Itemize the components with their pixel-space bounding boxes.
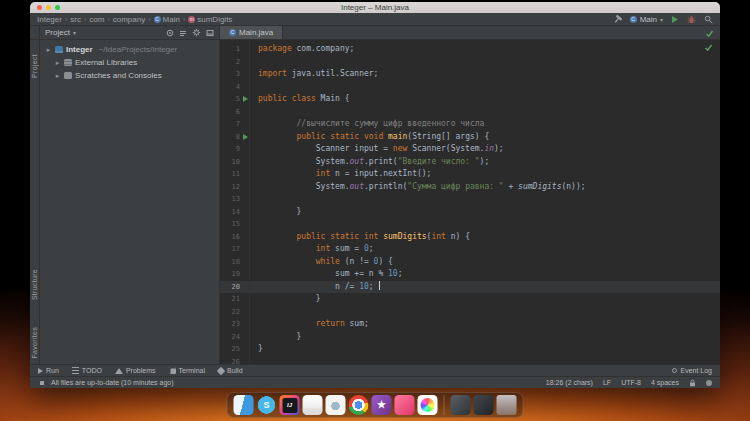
code-line[interactable] — [250, 306, 720, 319]
run-button[interactable] — [671, 15, 679, 24]
dock-icon-skype[interactable]: S — [257, 395, 277, 415]
inspection-status-icon[interactable] — [705, 29, 714, 38]
code-line[interactable]: } — [250, 331, 720, 344]
code-line[interactable]: int sum = 0; — [250, 243, 720, 256]
dock-icon-finder[interactable] — [234, 395, 254, 415]
code-line[interactable]: public static int sumDigits(int n) { — [250, 231, 720, 244]
code-line[interactable]: System.out.print("Введите число: "); — [250, 156, 720, 169]
toolwindow-button-build[interactable]: Build — [218, 367, 243, 374]
code-line[interactable] — [250, 193, 720, 206]
code-line[interactable]: } — [250, 293, 720, 306]
code-line[interactable]: public static void main(String[] args) { — [250, 131, 720, 144]
code-line[interactable] — [250, 218, 720, 231]
search-everywhere-icon[interactable] — [704, 15, 713, 24]
inspection-profile-icon[interactable] — [706, 380, 712, 386]
chevron-down-icon: ▾ — [73, 29, 76, 36]
line-number: 8 — [220, 131, 249, 144]
code-line[interactable]: int n = input.nextInt(); — [250, 168, 720, 181]
fullscreen-window-button[interactable] — [55, 5, 60, 10]
breadcrumb-separator: › — [84, 16, 86, 23]
run-gutter-icon[interactable] — [243, 96, 248, 102]
dock-separator — [444, 395, 445, 415]
code-line[interactable]: package com.company; — [250, 43, 720, 56]
code-line[interactable]: return sum; — [250, 318, 720, 331]
debug-button[interactable] — [687, 15, 696, 24]
tool-window-switcher-icon[interactable] — [38, 379, 45, 386]
collapse-all-icon[interactable] — [179, 29, 187, 37]
code-line[interactable]: sum += n % 10; — [250, 268, 720, 281]
encoding-widget[interactable]: UTF-8 — [621, 379, 641, 386]
toolwindow-label: Terminal — [179, 367, 205, 374]
caret-position-widget[interactable]: 18:26 (2 chars) — [546, 379, 593, 386]
skype-glyph: S — [263, 401, 269, 410]
code-line[interactable] — [250, 56, 720, 69]
dock-icon-purple-star-app[interactable]: ★ — [372, 395, 392, 415]
code-line[interactable]: } — [250, 206, 720, 219]
main-body: ProjectStructureFavorites ▸Integer~/Idea… — [30, 40, 720, 364]
dock-icon-chrome-browser[interactable] — [349, 395, 369, 415]
chevron-right-icon[interactable]: ▸ — [54, 72, 61, 80]
dock-icon-trash[interactable] — [497, 395, 517, 415]
build-hammer-icon[interactable] — [613, 15, 622, 24]
code-line[interactable] — [250, 106, 720, 119]
toolwindow-button-terminal[interactable]: Terminal — [169, 367, 205, 374]
editor-code-area[interactable]: package com.company;import java.util.Sca… — [250, 40, 720, 364]
breadcrumb-label: company — [113, 15, 145, 24]
code-line[interactable]: import java.util.Scanner; — [250, 68, 720, 81]
minimize-window-button[interactable] — [46, 5, 51, 10]
toolwindow-button-problems[interactable]: Problems — [115, 367, 156, 374]
code-line[interactable]: n /= 10; — [250, 281, 720, 294]
toolwindow-button-todo[interactable]: TODO — [72, 367, 102, 374]
code-line[interactable]: while (n != 0) { — [250, 256, 720, 269]
run-gutter-icon[interactable] — [243, 134, 248, 140]
breadcrumb-item-company[interactable]: company — [113, 15, 145, 24]
build-icon — [217, 366, 225, 374]
window-titlebar[interactable]: Integer – Main.java — [30, 2, 720, 13]
line-separator-widget[interactable]: LF — [603, 379, 611, 386]
code-line[interactable]: System.out.println("Сумма цифр равна: " … — [250, 181, 720, 194]
chevron-right-icon[interactable]: ▸ — [54, 59, 61, 67]
tree-item-scratches-and-consoles[interactable]: ▸Scratches and Consoles — [40, 69, 219, 82]
inspections-ok-icon[interactable] — [704, 43, 713, 52]
editor-tab-bar: C Main.java — [220, 26, 720, 39]
locate-file-icon[interactable] — [166, 29, 174, 37]
dock-icon-text-document-app[interactable] — [303, 395, 323, 415]
breadcrumb-item-main[interactable]: CMain — [154, 15, 180, 24]
dock-icon-dark-app-1[interactable] — [451, 395, 471, 415]
code-line[interactable]: //вычислите сумму цифр введенного числа — [250, 118, 720, 131]
code-line[interactable]: public class Main { — [250, 93, 720, 106]
breadcrumb-item-com[interactable]: com — [89, 15, 104, 24]
chevron-right-icon[interactable]: ▸ — [45, 46, 52, 54]
code-editor[interactable]: 1234567891011121314151617181920212223242… — [220, 40, 720, 364]
class-icon: C — [630, 16, 637, 23]
code-line[interactable] — [250, 356, 720, 365]
stripe-label-project[interactable]: Project — [31, 54, 38, 78]
stripe-label-structure[interactable]: Structure — [31, 269, 38, 300]
run-configuration-select[interactable]: C Main ▾ — [630, 15, 663, 24]
indent-widget[interactable]: 4 spaces — [651, 379, 679, 386]
dock-icon-preview-app[interactable] — [326, 395, 346, 415]
code-line[interactable]: } — [250, 343, 720, 356]
project-tool-window-header[interactable]: Project ▾ — [40, 26, 220, 39]
toolwindow-button-run[interactable]: Run — [38, 367, 59, 374]
breadcrumb-item-integer[interactable]: Integer — [37, 15, 62, 24]
toolwindow-label: TODO — [82, 367, 102, 374]
dock-icon-pink-app[interactable] — [395, 395, 415, 415]
breadcrumb-item-sumdigits[interactable]: msumDigits — [188, 15, 232, 24]
dock-icon-intellij-idea[interactable]: IJ — [280, 395, 300, 415]
dock-icon-photos-app[interactable] — [418, 395, 438, 415]
lock-icon[interactable] — [689, 379, 696, 387]
close-window-button[interactable] — [37, 5, 42, 10]
tree-item-external-libraries[interactable]: ▸External Libraries — [40, 56, 219, 69]
toolwindow-button-event-log[interactable]: Event Log — [672, 367, 712, 374]
tree-item-integer[interactable]: ▸Integer~/IdeaProjects/Integer — [40, 43, 219, 56]
settings-gear-icon[interactable] — [192, 28, 201, 37]
stripe-label-favorites[interactable]: Favorites — [31, 327, 38, 359]
chevron-down-icon: ▾ — [660, 16, 663, 23]
editor-tab-main-java[interactable]: C Main.java — [220, 26, 283, 39]
dock-icon-dark-app-2[interactable] — [474, 395, 494, 415]
code-line[interactable]: Scanner input = new Scanner(System.in); — [250, 143, 720, 156]
breadcrumb-item-src[interactable]: src — [70, 15, 81, 24]
hide-panel-icon[interactable] — [206, 29, 214, 37]
code-line[interactable] — [250, 81, 720, 94]
